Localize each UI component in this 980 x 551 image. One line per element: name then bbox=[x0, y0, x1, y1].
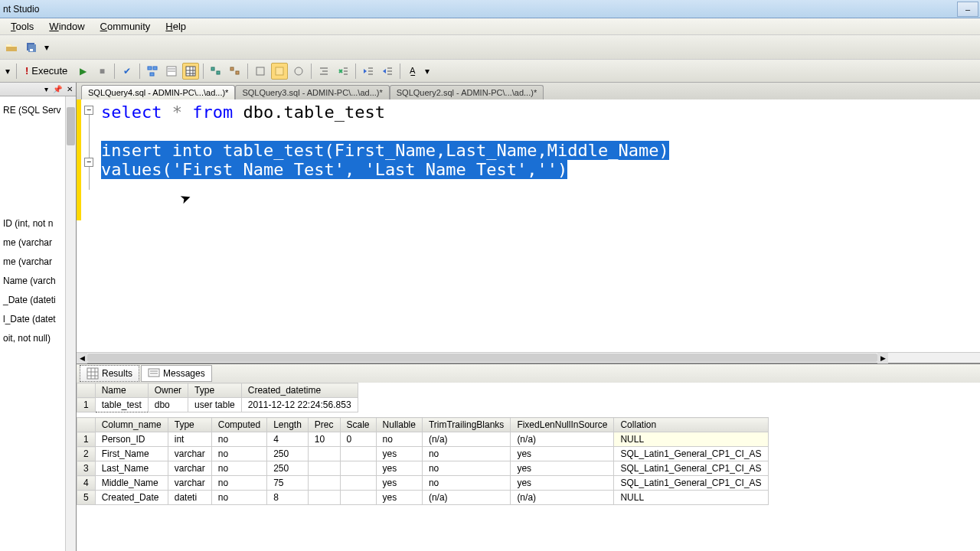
cell[interactable]: 75 bbox=[267, 476, 309, 491]
col-header[interactable]: Length bbox=[267, 418, 309, 432]
cell[interactable]: SQL_Latin1_General_CP1_CI_AS bbox=[614, 447, 768, 461]
col-header[interactable]: TrimTrailingBlanks bbox=[422, 418, 510, 432]
tool-icon-1[interactable] bbox=[252, 63, 269, 80]
dropdown-icon[interactable]: ▾ bbox=[3, 63, 12, 80]
scrollbar-thumb[interactable] bbox=[87, 354, 877, 362]
cell[interactable] bbox=[308, 476, 340, 491]
doc-tab[interactable]: SQLQuery3.sql - ADMIN-PC\...\ad...)* bbox=[235, 85, 389, 99]
pin-icon[interactable]: 📌 bbox=[51, 85, 64, 93]
increase-indent-icon[interactable] bbox=[379, 63, 396, 80]
menu-community[interactable]: Community bbox=[93, 19, 158, 34]
doc-tab[interactable]: SQLQuery2.sql - ADMIN-PC\...\ad...)* bbox=[390, 85, 544, 99]
cell[interactable]: yes bbox=[376, 491, 422, 505]
table-row[interactable]: 5 Created_Date dateti no 8 yes (n/a) (n/… bbox=[77, 491, 769, 505]
table-row[interactable]: 4 Middle_Name varchar no 75 yes no yes S… bbox=[77, 476, 769, 491]
col-header[interactable]: Computed bbox=[211, 418, 266, 432]
fold-toggle-icon[interactable]: − bbox=[84, 158, 93, 167]
row-number[interactable]: 3 bbox=[77, 461, 96, 476]
table-row[interactable]: 2 First_Name varchar no 250 yes no yes S… bbox=[77, 447, 769, 461]
row-number[interactable]: 5 bbox=[77, 491, 96, 505]
cell[interactable] bbox=[308, 461, 340, 476]
cell[interactable]: 10 bbox=[308, 432, 340, 447]
cell[interactable]: 4 bbox=[267, 432, 309, 447]
messages-tab[interactable]: Messages bbox=[141, 365, 212, 382]
cell[interactable]: varchar bbox=[168, 476, 211, 491]
col-header[interactable]: Name bbox=[95, 383, 148, 398]
cell[interactable]: SQL_Latin1_General_CP1_CI_AS bbox=[614, 476, 768, 491]
cell[interactable]: no bbox=[211, 476, 266, 491]
editor-h-scrollbar[interactable]: ◀ ▶ bbox=[77, 352, 980, 363]
cell[interactable]: NULL bbox=[614, 432, 768, 447]
cell-type[interactable]: user table bbox=[188, 398, 242, 412]
tool-icon-2[interactable] bbox=[271, 63, 288, 80]
row-number[interactable]: 1 bbox=[77, 432, 96, 447]
cell[interactable]: int bbox=[168, 432, 211, 447]
cell[interactable]: NULL bbox=[614, 491, 768, 505]
cell[interactable]: 250 bbox=[267, 447, 309, 461]
cell[interactable]: dateti bbox=[168, 491, 211, 505]
cell[interactable]: yes bbox=[376, 447, 422, 461]
cell-created[interactable]: 2011-12-12 22:24:56.853 bbox=[241, 398, 358, 412]
result-grid-2[interactable]: Column_name Type Computed Length Prec Sc… bbox=[77, 417, 769, 505]
cell[interactable]: no bbox=[422, 476, 510, 491]
cell[interactable]: 250 bbox=[267, 461, 309, 476]
save-all-icon[interactable] bbox=[23, 39, 40, 56]
cell-name[interactable]: table_test bbox=[95, 398, 148, 412]
cell[interactable]: Created_Date bbox=[95, 491, 168, 505]
parse-icon[interactable]: ✔ bbox=[119, 63, 136, 80]
cell[interactable] bbox=[340, 476, 376, 491]
table-row[interactable]: 1 Person_ID int no 4 10 0 no (n/a) (n/a)… bbox=[77, 432, 769, 447]
play-icon[interactable]: ▶ bbox=[74, 63, 91, 80]
table-row[interactable]: 1 table_test dbo user table 2011-12-12 2… bbox=[77, 398, 358, 412]
menu-tools[interactable]: TToolsools bbox=[3, 19, 41, 34]
cell[interactable]: yes bbox=[376, 476, 422, 491]
cell[interactable]: no bbox=[211, 491, 266, 505]
decrease-indent-icon[interactable] bbox=[360, 63, 377, 80]
cell[interactable] bbox=[340, 447, 376, 461]
cell[interactable] bbox=[308, 491, 340, 505]
cell[interactable]: yes bbox=[376, 461, 422, 476]
code-text[interactable]: select * from dbo.table_test insert into… bbox=[101, 103, 669, 179]
cell[interactable]: no bbox=[376, 432, 422, 447]
open-file-icon[interactable] bbox=[3, 39, 20, 56]
col-header[interactable]: FixedLenNullInSource bbox=[511, 418, 614, 432]
cell-owner[interactable]: dbo bbox=[148, 398, 188, 412]
col-header[interactable]: Column_name bbox=[95, 418, 168, 432]
cell[interactable]: no bbox=[422, 447, 510, 461]
outdent-icon[interactable] bbox=[335, 63, 351, 80]
cell[interactable]: (n/a) bbox=[422, 432, 510, 447]
col-header[interactable]: Type bbox=[168, 418, 211, 432]
results-to-text-icon[interactable] bbox=[163, 63, 180, 80]
indent-icon[interactable] bbox=[315, 63, 332, 80]
menu-help[interactable]: Help bbox=[158, 19, 194, 34]
cell[interactable]: yes bbox=[511, 461, 614, 476]
cell[interactable]: (n/a) bbox=[511, 491, 614, 505]
cell[interactable]: no bbox=[211, 461, 266, 476]
cell[interactable] bbox=[308, 447, 340, 461]
stop-icon[interactable]: ■ bbox=[93, 63, 110, 80]
results-to-grid-icon[interactable] bbox=[182, 63, 199, 80]
fold-toggle-icon[interactable]: − bbox=[84, 106, 93, 115]
cell[interactable]: First_Name bbox=[95, 447, 168, 461]
dropdown-icon[interactable]: ▾ bbox=[43, 85, 50, 93]
cell[interactable]: yes bbox=[511, 476, 614, 491]
cell[interactable]: varchar bbox=[168, 447, 211, 461]
cell[interactable]: 0 bbox=[340, 432, 376, 447]
cell[interactable] bbox=[340, 461, 376, 476]
cell[interactable]: yes bbox=[511, 447, 614, 461]
cell[interactable]: SQL_Latin1_General_CP1_CI_AS bbox=[614, 461, 768, 476]
cell[interactable]: varchar bbox=[168, 461, 211, 476]
cell[interactable]: Middle_Name bbox=[95, 476, 168, 491]
row-number[interactable]: 4 bbox=[77, 476, 96, 491]
results-tab[interactable]: Results bbox=[80, 365, 139, 382]
col-header[interactable]: Created_datetime bbox=[241, 383, 358, 398]
row-number[interactable]: 1 bbox=[77, 398, 96, 412]
cell[interactable]: no bbox=[211, 432, 266, 447]
minimize-button[interactable]: – bbox=[957, 2, 978, 17]
menu-window[interactable]: Window bbox=[41, 19, 92, 34]
row-number[interactable]: 2 bbox=[77, 447, 96, 461]
toolbar-overflow-icon[interactable]: ▾ bbox=[43, 39, 51, 56]
cell[interactable]: no bbox=[211, 447, 266, 461]
col-header[interactable]: Collation bbox=[614, 418, 768, 432]
col-header[interactable]: Owner bbox=[148, 383, 188, 398]
